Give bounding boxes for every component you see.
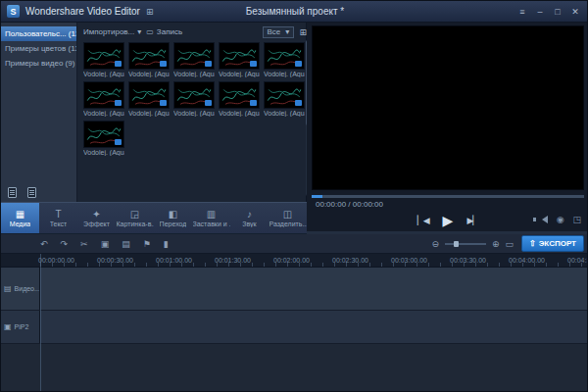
track-lane[interactable] (40, 311, 588, 343)
delete-icon[interactable]: ▤ (122, 239, 130, 249)
media-thumbnail[interactable] (173, 42, 215, 70)
redo-icon[interactable]: ↷ (61, 239, 69, 249)
media-clip-label: Vodolej. (Aquar... (173, 71, 215, 77)
scissors-icon[interactable]: ✂ (80, 239, 88, 249)
media-thumbnail[interactable] (173, 81, 215, 109)
snapshot-icon[interactable]: ◉ (557, 215, 564, 224)
ruler-timestamp: 00:02:00.00 (273, 257, 310, 264)
clip-type-badge (115, 139, 122, 145)
resource-tab[interactable]: ▦ Медиа (1, 203, 39, 233)
marker-icon[interactable]: ⚑ (143, 239, 151, 249)
resource-tab[interactable]: ◲ Картинка-в... (116, 203, 154, 233)
library-category[interactable]: Пользовательс... (13 (1, 26, 76, 41)
tab-label: Переход (160, 220, 187, 227)
media-clip-label: Vodolej. (Aquar... (128, 110, 170, 117)
media-browser: Импортиров... ▾ ▭ Запись Все ▾ ⊞ (77, 23, 311, 202)
clip-type-badge (250, 61, 257, 67)
tab-icon: ◧ (169, 210, 177, 220)
time-display: 00:00:00 / 00:00:00 (316, 200, 383, 209)
tab-label: Звук (242, 220, 256, 227)
voiceover-icon[interactable]: ▮ (164, 239, 169, 249)
record-button[interactable]: ▭ Запись (146, 27, 182, 36)
track-lane[interactable] (40, 268, 588, 310)
zoom-in-icon[interactable]: ⊕ (492, 239, 500, 249)
resource-tab[interactable]: ◫ Разделить... (269, 203, 307, 233)
seekbar-progress (312, 195, 322, 198)
export-button[interactable]: ⇧ ЭКСПОРТ (521, 235, 584, 252)
media-thumbnail[interactable] (264, 42, 305, 70)
window-controls: ≡ – □ ✕ (514, 5, 583, 19)
media-thumbnail[interactable] (83, 121, 124, 148)
media-thumbnail[interactable] (264, 81, 305, 109)
resource-tab[interactable]: T Текст (39, 203, 77, 233)
close-button[interactable]: ✕ (567, 5, 583, 19)
tab-label: Картинка-в... (117, 220, 154, 227)
library-category[interactable]: Примеры цветов (13) (1, 41, 76, 56)
play-button[interactable]: ▶ (443, 213, 454, 228)
ruler-timestamp: 00:02:30.00 (332, 257, 368, 264)
media-thumbnail[interactable] (219, 81, 260, 109)
zoom-controls: ⊖ ⊕ ▭ (431, 239, 514, 249)
import-dropdown[interactable]: Импортиров... ▾ (83, 27, 141, 36)
previous-frame-button[interactable]: ▏◀ (417, 216, 429, 225)
media-clip[interactable]: Vodolej. (Aquar... (83, 42, 124, 77)
add-file-icon[interactable] (8, 187, 17, 198)
media-clip[interactable]: Vodolej. (Aquar... (219, 81, 260, 117)
track-header[interactable]: ▤ Видео... (1, 268, 40, 310)
resource-tab[interactable]: ♪ Звук (230, 203, 269, 233)
media-thumbnail[interactable] (128, 81, 170, 109)
volume-icon[interactable] (542, 216, 548, 223)
clip-type-badge (295, 100, 302, 106)
fit-timeline-icon[interactable]: ▭ (505, 239, 514, 249)
next-frame-button[interactable]: ▶▏ (466, 216, 478, 225)
fullscreen-icon[interactable]: ◳ (572, 215, 581, 224)
media-clip[interactable]: Vodolej. (Aquar... (264, 42, 305, 77)
add-folder-icon[interactable] (27, 187, 36, 198)
ruler-timestamp: 00:03:30.00 (450, 257, 486, 264)
timeline-toolbar: ↶↷✂▣▤⚑▮ ⊖ ⊕ ▭ ⇧ ЭКСПОРТ (1, 234, 588, 254)
library-category-label: Примеры цветов (13) (5, 44, 76, 53)
media-thumbnail[interactable] (128, 42, 170, 70)
tab-label: Заставки и ... (193, 220, 230, 227)
media-thumbnail[interactable] (219, 42, 260, 70)
library-category-label: Примеры видео (9) (5, 59, 74, 68)
export-label: ЭКСПОРТ (539, 239, 576, 248)
zoom-out-icon[interactable]: ⊖ (431, 239, 439, 249)
playhead[interactable] (40, 254, 41, 392)
media-clip[interactable]: Vodolej. (Aquar... (83, 81, 124, 117)
workspace-layout-icon[interactable]: ⊞ (146, 7, 154, 17)
minimize-button[interactable]: – (532, 5, 548, 19)
ruler-timestamp: 00:03:00.00 (391, 257, 427, 264)
media-clip-label: Vodolej. (Aquar... (264, 71, 305, 77)
app-logo: S (7, 5, 20, 18)
media-clip-label: Vodolej. (Aquar... (173, 110, 215, 117)
track-type-icon: ▣ (4, 322, 12, 331)
menu-icon[interactable]: ≡ (514, 5, 530, 19)
resource-tab[interactable]: ◧ Переход (154, 203, 192, 233)
library-category[interactable]: Примеры видео (9) (1, 56, 76, 71)
media-clip[interactable]: Vodolej. (Aquar... (128, 81, 170, 117)
clip-type-badge (295, 61, 302, 67)
media-thumbnail[interactable] (83, 42, 124, 70)
resource-tab[interactable]: ✦ Эффект (77, 203, 116, 233)
grid-view-icon[interactable]: ⊞ (299, 27, 307, 37)
clip-type-badge (160, 61, 167, 67)
library-bottom-icons (8, 187, 36, 198)
zoom-slider[interactable] (445, 243, 486, 245)
resource-tab[interactable]: ▥ Заставки и ... (192, 203, 230, 233)
media-clip[interactable]: Vodolej. (Aquar... (219, 42, 260, 77)
media-clip[interactable]: Vodolej. (Aquar... (83, 121, 124, 156)
zoom-slider-knob[interactable] (454, 241, 459, 247)
track-header[interactable]: ▣ PiP2 (1, 311, 40, 343)
maximize-button[interactable]: □ (550, 5, 565, 19)
media-clip[interactable]: Vodolej. (Aquar... (173, 81, 215, 117)
media-clip[interactable]: Vodolej. (Aquar... (264, 81, 305, 117)
media-filter-select[interactable]: Все ▾ (263, 26, 294, 38)
preview-seekbar[interactable] (312, 195, 584, 198)
media-clip[interactable]: Vodolej. (Aquar... (173, 42, 215, 77)
media-clip[interactable]: Vodolej. (Aquar... (128, 42, 170, 77)
timeline-ruler[interactable]: 00:00:00.0000:00:30.0000:01:00.0000:01:3… (1, 254, 588, 268)
undo-icon[interactable]: ↶ (40, 239, 48, 249)
crop-icon[interactable]: ▣ (101, 239, 110, 249)
media-thumbnail[interactable] (83, 81, 124, 109)
